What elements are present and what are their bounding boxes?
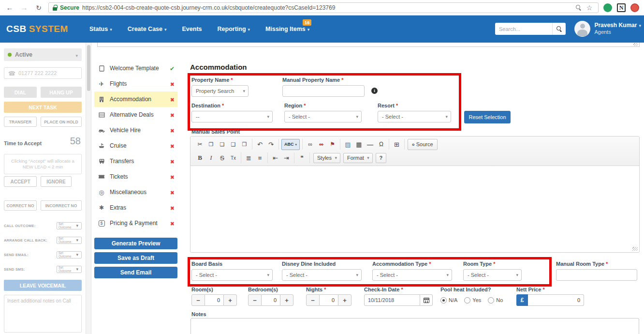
paste-from-word-icon[interactable] xyxy=(239,139,250,150)
redo-icon[interactable] xyxy=(265,139,277,150)
minus-button[interactable] xyxy=(248,294,262,306)
reset-selection-button[interactable]: Reset Selection xyxy=(464,111,511,123)
accommodation-type-select[interactable]: - Select - xyxy=(372,269,452,281)
info-icon[interactable] xyxy=(371,88,378,94)
next-task-button[interactable]: NEXT TASK xyxy=(4,102,82,113)
radio-yes[interactable]: Yes xyxy=(464,297,481,304)
blockquote-icon[interactable] xyxy=(296,152,307,164)
board-basis-select[interactable]: - Select - xyxy=(191,269,273,281)
property-name-select[interactable]: Property Search xyxy=(191,85,249,97)
nav-missing-items[interactable]: 16 Missing Items xyxy=(265,26,309,32)
extension-icon-n[interactable]: N xyxy=(617,3,626,12)
link-icon[interactable] xyxy=(305,139,316,150)
refresh-icon[interactable] xyxy=(34,3,44,13)
plus-button[interactable] xyxy=(338,294,351,306)
nav-item-transfers[interactable]: Transfers xyxy=(94,153,177,169)
nav-item-accommodation[interactable]: Accommodation xyxy=(94,91,177,107)
search-input[interactable] xyxy=(495,23,552,35)
send-sms-select[interactable]: Set Outcome xyxy=(57,266,82,273)
save-as-draft-button[interactable]: Save as Draft xyxy=(94,252,177,264)
nav-events[interactable]: Events xyxy=(182,26,202,32)
accept-button[interactable]: ACCEPT xyxy=(4,176,37,187)
resize-grip-icon[interactable] xyxy=(632,247,638,251)
about-button[interactable]: ? xyxy=(376,153,386,163)
vertical-scrollbar[interactable] xyxy=(86,43,91,334)
unlink-icon[interactable] xyxy=(316,139,327,150)
manual-property-name-input[interactable] xyxy=(282,85,365,97)
editor-content-area[interactable] xyxy=(190,166,639,252)
manual-room-type-input[interactable] xyxy=(556,269,637,281)
search-button[interactable] xyxy=(552,23,566,35)
arrange-call-back-select[interactable]: Set Outcome xyxy=(57,237,82,244)
call-outcome-select[interactable]: Set Outcome xyxy=(57,222,82,229)
radio-na[interactable]: N/A xyxy=(440,297,457,304)
outdent-icon[interactable] xyxy=(270,152,281,164)
region-select[interactable]: - Select - xyxy=(284,111,362,122)
leave-voicemail-button[interactable]: LEAVE VOICEMAIL xyxy=(4,280,82,291)
back-icon[interactable] xyxy=(5,3,15,13)
minus-button[interactable] xyxy=(306,294,320,306)
radio-no[interactable]: No xyxy=(488,297,503,304)
zoom-icon[interactable] xyxy=(575,4,582,11)
nav-item-cruise[interactable]: Cruise xyxy=(94,138,177,153)
remove-format-icon[interactable] xyxy=(228,152,239,164)
notes-textarea[interactable] xyxy=(190,318,639,334)
ignore-button[interactable]: IGNORE xyxy=(41,176,72,187)
anchor-flag-icon[interactable] xyxy=(327,139,338,150)
nav-item-tickets[interactable]: Tickets xyxy=(94,169,177,184)
paste-icon[interactable] xyxy=(217,139,228,150)
calendar-button[interactable] xyxy=(420,295,432,305)
extension-icon-green[interactable] xyxy=(603,3,612,12)
phone-number-field[interactable]: 01277 222 2222 xyxy=(4,67,82,79)
scrollbar-thumb[interactable] xyxy=(87,45,90,91)
plus-button[interactable] xyxy=(223,294,237,306)
horizontal-rule-icon[interactable] xyxy=(365,139,376,150)
minus-button[interactable] xyxy=(191,294,205,306)
room-type-select[interactable]: - Select - xyxy=(463,269,522,281)
user-menu[interactable]: Pravesh Kumar Agents xyxy=(574,21,641,37)
bulleted-list-icon[interactable] xyxy=(254,152,265,164)
special-character-icon[interactable] xyxy=(376,139,387,150)
correct-no-button[interactable]: CORRECT NO xyxy=(4,200,37,211)
maximize-icon[interactable] xyxy=(391,139,402,150)
nav-item-vehicle-hire[interactable]: Vehicle Hire xyxy=(94,122,177,138)
address-bar[interactable]: Secure https://csb2-004-csb-create-quote… xyxy=(48,2,599,13)
cut-icon[interactable] xyxy=(194,139,205,150)
nav-create-case[interactable]: Create Case xyxy=(128,26,167,32)
spellcheck-button[interactable]: ABC xyxy=(281,139,300,150)
nav-status[interactable]: Status xyxy=(89,26,112,32)
incorrect-no-button[interactable]: INCORRECT NO xyxy=(41,200,82,211)
nav-item-miscellaneous[interactable]: Miscellaneous xyxy=(94,184,177,200)
copy-icon[interactable] xyxy=(205,139,217,150)
transfer-button[interactable]: TRANSFER xyxy=(4,117,37,127)
bookmark-star-icon[interactable] xyxy=(585,3,594,13)
nav-item-alternative-deals[interactable]: Alternative Deals xyxy=(94,107,177,122)
nav-item-pricing-payment[interactable]: Pricing & Payment xyxy=(94,215,177,231)
url-text[interactable]: https://csb2-004-csb-create-quote-csb.jo… xyxy=(82,4,572,11)
app-logo[interactable]: CSB SYSTEM xyxy=(6,15,68,43)
send-email-select[interactable]: Set Outcome xyxy=(57,251,82,258)
call-notes-textarea[interactable] xyxy=(4,295,82,333)
styles-dropdown[interactable]: Styles xyxy=(313,153,340,163)
nav-reporting[interactable]: Reporting xyxy=(218,26,250,32)
extension-icon-red[interactable] xyxy=(630,3,639,12)
nett-price-input[interactable] xyxy=(528,294,584,306)
numbered-list-icon[interactable] xyxy=(243,152,254,164)
italic-icon[interactable] xyxy=(205,152,217,164)
undo-icon[interactable] xyxy=(254,139,265,150)
source-button[interactable]: Source xyxy=(408,139,438,150)
indent-icon[interactable] xyxy=(281,152,292,164)
paste-as-text-icon[interactable] xyxy=(228,139,239,150)
table-icon[interactable] xyxy=(353,139,365,150)
place-on-hold-button[interactable]: PLACE ON HOLD xyxy=(41,117,82,127)
plus-button[interactable] xyxy=(280,294,293,306)
resort-select[interactable]: - Select - xyxy=(378,111,451,122)
agent-status-dropdown[interactable]: Active xyxy=(4,48,82,61)
bold-icon[interactable] xyxy=(194,152,205,164)
hang-up-button[interactable]: HANG UP xyxy=(41,87,82,98)
dial-button[interactable]: DIAL xyxy=(4,87,37,98)
nav-item-flights[interactable]: Flights xyxy=(94,76,177,91)
destination-select[interactable]: -- xyxy=(191,111,273,122)
nav-item-extras[interactable]: Extras xyxy=(94,200,177,215)
generate-preview-button[interactable]: Generate Preview xyxy=(94,238,177,249)
